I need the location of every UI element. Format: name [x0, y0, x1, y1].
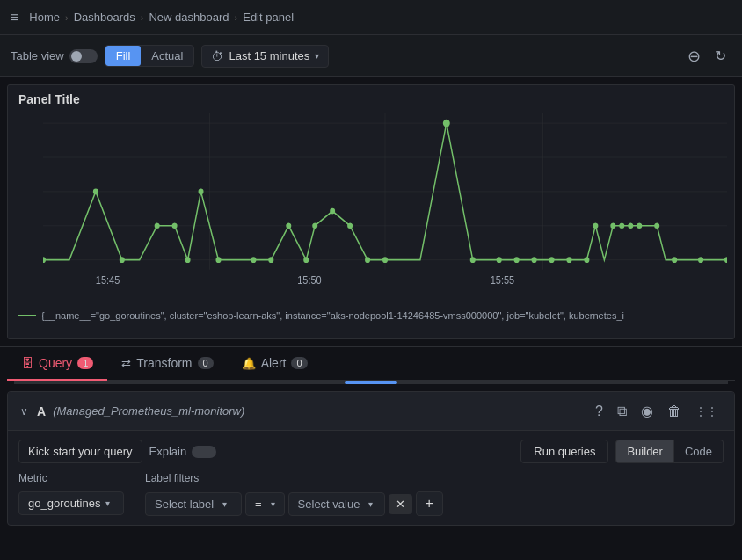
refresh-button[interactable]: ↻: [709, 44, 731, 68]
svg-text:15:45: 15:45: [96, 274, 120, 287]
svg-point-24: [251, 257, 256, 263]
svg-point-35: [497, 257, 502, 263]
svg-point-42: [610, 222, 615, 229]
query-delete-button[interactable]: 🗑: [662, 400, 687, 423]
svg-point-33: [443, 120, 450, 127]
breadcrumb-home[interactable]: Home: [29, 11, 60, 24]
query-help-button[interactable]: ?: [590, 400, 608, 423]
top-nav: ≡ Home › Dashboards › New dashboard › Ed…: [0, 0, 742, 35]
copy-icon: ⧉: [617, 404, 627, 419]
svg-point-40: [584, 257, 589, 263]
tab-transform[interactable]: ⇄ Transform 0: [107, 347, 227, 381]
svg-point-25: [268, 257, 273, 263]
svg-point-29: [330, 208, 335, 215]
time-range-picker[interactable]: ⏱ Last 15 minutes ▾: [201, 45, 329, 68]
explain-toggle[interactable]: [192, 446, 216, 458]
code-button[interactable]: Code: [674, 440, 724, 463]
tab-query-label: Query: [39, 356, 72, 370]
run-queries-button[interactable]: Run queries: [520, 440, 608, 463]
explain-label: Explain: [149, 445, 187, 458]
table-view-toggle: Table view: [11, 49, 98, 63]
clock-icon: ⏱: [211, 49, 223, 63]
tabs-section: 🗄 Query 1 ⇄ Transform 0 🔔 Alert 0: [0, 346, 742, 384]
breadcrumb: Home › Dashboards › New dashboard › Edit…: [29, 11, 294, 24]
svg-point-39: [566, 257, 571, 263]
select-value-chevron-icon: ▾: [368, 499, 373, 509]
legend-area: {__name__="go_goroutines", cluster="esho…: [8, 307, 734, 324]
panel-area: Panel Title 415 414 413 412 411 15:45 15…: [7, 84, 735, 339]
tab-alert-label: Alert: [261, 356, 287, 370]
query-row-a: ∨ A (Managed_Prometheus_ml-monitorw) ? ⧉…: [7, 391, 735, 526]
select-value-text: Select value: [298, 498, 360, 511]
eye-icon: ◉: [641, 403, 653, 419]
breadcrumb-dashboards[interactable]: Dashboards: [74, 11, 135, 24]
tab-alert[interactable]: 🔔 Alert 0: [228, 347, 322, 381]
zoom-out-button[interactable]: ⊖: [682, 43, 706, 69]
label-filters-field-label: Label filters: [145, 472, 443, 484]
metric-field-label: Metric: [18, 472, 124, 484]
toolbar-center: Table view Fill Actual ⏱ Last 15 minutes…: [11, 45, 329, 68]
select-value-button[interactable]: Select value ▾: [288, 492, 385, 516]
svg-point-38: [549, 257, 555, 263]
query-header: ∨ A (Managed_Prometheus_ml-monitorw) ? ⧉…: [8, 392, 734, 431]
svg-text:15:50: 15:50: [297, 274, 321, 287]
query-copy-button[interactable]: ⧉: [612, 400, 632, 423]
svg-point-23: [215, 257, 221, 263]
builder-button[interactable]: Builder: [615, 440, 673, 463]
breadcrumb-edit-panel: Edit panel: [243, 11, 294, 24]
svg-point-31: [365, 257, 370, 263]
select-operator-button[interactable]: = ▾: [245, 492, 285, 516]
breadcrumb-new-dashboard[interactable]: New dashboard: [149, 11, 229, 24]
query-header-actions: ? ⧉ ◉ 🗑 ⋮⋮: [590, 399, 724, 423]
table-view-switch[interactable]: [69, 49, 98, 63]
query-more-button[interactable]: ⋮⋮: [690, 402, 724, 421]
query-letter: A: [37, 404, 46, 418]
select-label-chevron-icon: ▾: [222, 499, 227, 509]
metric-select[interactable]: go_goroutines ▾: [18, 491, 124, 515]
query-hide-button[interactable]: ◉: [636, 399, 658, 423]
chevron-down-icon: ▾: [315, 51, 319, 61]
query-controls-row: Kick start your query Explain Run querie…: [18, 440, 724, 463]
svg-point-26: [286, 222, 291, 229]
query-section: ∨ A (Managed_Prometheus_ml-monitorw) ? ⧉…: [0, 384, 742, 533]
svg-point-34: [470, 257, 476, 263]
svg-point-20: [172, 222, 178, 229]
chart-svg: 415 414 413 412 411 15:45 15:50 15:55: [43, 113, 727, 289]
kick-start-button[interactable]: Kick start your query: [18, 440, 142, 463]
query-datasource: (Managed_Prometheus_ml-monitorw): [53, 404, 244, 418]
metric-value: go_goroutines: [28, 497, 100, 510]
chart-area: 415 414 413 412 411 15:45 15:50 15:55: [8, 113, 734, 307]
svg-point-37: [532, 257, 537, 263]
filters-row: Select label ▾ = ▾ Select value ▾ ✕: [145, 491, 443, 516]
select-label-button[interactable]: Select label ▾: [145, 492, 242, 516]
svg-point-21: [186, 257, 191, 263]
svg-point-30: [347, 222, 353, 229]
database-icon: 🗄: [21, 356, 33, 370]
alert-icon: 🔔: [242, 357, 256, 370]
remove-filter-button[interactable]: ✕: [389, 494, 412, 514]
svg-point-47: [672, 257, 677, 263]
operator-chevron-icon: ▾: [271, 499, 275, 509]
fill-button[interactable]: Fill: [105, 46, 142, 66]
actual-button[interactable]: Actual: [141, 46, 193, 66]
select-label-text: Select label: [155, 498, 214, 511]
svg-point-48: [698, 257, 703, 263]
svg-point-45: [637, 222, 642, 229]
add-filter-button[interactable]: +: [416, 491, 443, 516]
svg-point-16: [43, 257, 46, 263]
svg-point-36: [514, 257, 520, 263]
breadcrumb-sep-3: ›: [235, 12, 238, 23]
add-filter-icon: +: [426, 496, 433, 511]
toolbar-right: ⊖ ↻: [682, 43, 731, 69]
svg-point-28: [312, 222, 317, 229]
svg-point-32: [382, 257, 388, 263]
hamburger-icon[interactable]: ≡: [11, 10, 18, 25]
metric-group: Metric go_goroutines ▾: [18, 472, 124, 515]
collapse-button[interactable]: ∨: [18, 404, 30, 419]
trash-icon: 🗑: [667, 404, 681, 419]
tab-query[interactable]: 🗄 Query 1: [7, 347, 107, 381]
metric-chevron-icon: ▾: [105, 498, 114, 508]
remove-filter-icon: ✕: [396, 498, 405, 511]
transform-icon: ⇄: [121, 357, 131, 370]
svg-point-18: [120, 257, 125, 263]
